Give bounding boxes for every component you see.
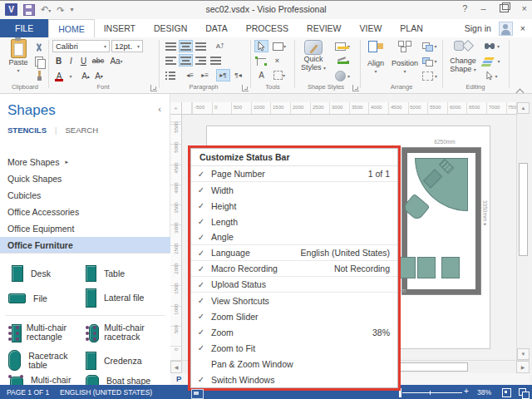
- tab-plan[interactable]: PLAN: [391, 19, 431, 37]
- tab-stencils[interactable]: STENCILS: [7, 126, 47, 135]
- menu-item-switch-windows[interactable]: ✓ Switch Windows: [191, 372, 397, 387]
- align-button[interactable]: Align▾: [363, 40, 388, 76]
- underline-button[interactable]: U: [78, 55, 89, 66]
- connection-point-tool-button[interactable]: ×: [270, 54, 284, 66]
- menu-item-width[interactable]: ✓ Width: [191, 182, 397, 198]
- account-avatar-icon[interactable]: [499, 22, 513, 36]
- fit-page-to-window-icon[interactable]: [502, 388, 511, 397]
- cabinet-shape-2[interactable]: [417, 257, 436, 278]
- menu-item-angle[interactable]: ✓ Angle: [191, 229, 397, 245]
- effects-button[interactable]: ▾: [332, 70, 352, 82]
- cabinet-shape-3[interactable]: [441, 257, 460, 278]
- line-button[interactable]: ▾: [332, 55, 352, 67]
- scroll-down-icon[interactable]: ▼: [517, 348, 530, 360]
- quick-styles-button[interactable]: Quick Styles ▾: [298, 40, 329, 72]
- font-family-select[interactable]: Calibri▾: [52, 40, 110, 52]
- grow-font-button[interactable]: A▴: [80, 70, 91, 81]
- shape-desk[interactable]: Desk: [12, 265, 51, 282]
- restore-button[interactable]: [500, 4, 509, 12]
- menu-item-language[interactable]: ✓ LanguageEnglish (United States): [191, 245, 397, 261]
- font-color-dropdown[interactable]: ▾: [66, 70, 75, 81]
- free-transform-button[interactable]: ▾: [270, 69, 288, 81]
- tab-home[interactable]: HOME: [48, 19, 95, 37]
- group-button[interactable]: ▾: [420, 70, 440, 82]
- close-button[interactable]: ×: [522, 3, 527, 13]
- statusbar-language[interactable]: ENGLISH (UNITED STATES): [60, 388, 152, 397]
- connector-tool-button[interactable]: [254, 54, 268, 66]
- text-tool-button[interactable]: A: [254, 69, 268, 81]
- select-button[interactable]: ▾: [482, 70, 502, 82]
- stencil-category-more-shapes[interactable]: More Shapes▸: [0, 154, 170, 170]
- text-rotate-button[interactable]: A⤴: [213, 40, 227, 52]
- macro-recording-icon[interactable]: [191, 389, 204, 399]
- menu-item-height[interactable]: ✓ Height: [191, 198, 397, 214]
- menu-item-zoom[interactable]: ✓ Zoom38%: [191, 324, 397, 340]
- switch-windows-icon[interactable]: [519, 388, 528, 397]
- font-color-button[interactable]: A: [53, 70, 65, 81]
- sign-in-link[interactable]: Sign in: [465, 23, 491, 33]
- menu-item-length[interactable]: ✓ Length: [191, 214, 397, 229]
- shape-lateral-file[interactable]: Lateral file: [86, 288, 144, 308]
- strikethrough-button[interactable]: abc: [91, 55, 106, 66]
- cabinet-shape-1[interactable]: [397, 257, 416, 278]
- help-button[interactable]: ?: [462, 3, 467, 13]
- tab-review[interactable]: REVIEW: [298, 19, 350, 37]
- align-bottom-button[interactable]: [194, 40, 208, 52]
- stencil-category-office-furniture[interactable]: Office Furniture: [0, 237, 170, 254]
- layers-button[interactable]: ▾: [482, 55, 502, 67]
- tab-file[interactable]: FILE: [0, 19, 48, 37]
- scroll-right-icon[interactable]: ▶: [516, 361, 530, 373]
- minimize-button[interactable]: –: [480, 3, 485, 13]
- font-dialog-launcher-icon[interactable]: [150, 85, 157, 91]
- menu-item-page-number[interactable]: ✓ Page Number1 of 1: [191, 166, 397, 182]
- shrink-font-button[interactable]: A▾: [93, 70, 105, 81]
- stencil-category-quick-shapes[interactable]: Quick Shapes: [0, 170, 170, 187]
- statusbar-zoom-level[interactable]: 38%: [477, 388, 491, 397]
- shape-file[interactable]: File: [8, 293, 47, 303]
- copy-button[interactable]: [32, 55, 46, 67]
- cut-button[interactable]: [32, 41, 46, 53]
- vertical-scrollbar[interactable]: ▲ ▼: [516, 102, 530, 360]
- increase-indent-button[interactable]: ▸≡: [198, 69, 212, 81]
- tab-process[interactable]: PROCESS: [237, 19, 298, 37]
- stencil-category-office-accessories[interactable]: Office Accessories: [0, 204, 170, 220]
- align-center-button[interactable]: [179, 54, 193, 66]
- pointer-tool-button[interactable]: [254, 40, 268, 52]
- change-case-button[interactable]: Aa▾: [107, 55, 126, 66]
- horizontal-scroll-thumb[interactable]: [397, 362, 468, 372]
- align-top-button[interactable]: [164, 40, 178, 52]
- vertical-scroll-thumb[interactable]: [519, 163, 528, 256]
- font-size-select[interactable]: 12pt.▾: [111, 40, 143, 52]
- zoom-slider-track[interactable]: [402, 392, 462, 393]
- send-backward-button[interactable]: ▾: [420, 55, 440, 67]
- shape-table[interactable]: Table: [86, 265, 125, 282]
- ribbon-close-icon[interactable]: ×: [520, 23, 525, 33]
- tab-view[interactable]: VIEW: [351, 19, 392, 37]
- menu-item-macro-recording[interactable]: ✓ Macro RecordingNot Recording: [191, 261, 397, 277]
- scroll-left-icon[interactable]: ◀: [170, 361, 182, 373]
- collapse-panel-icon[interactable]: ‹: [158, 104, 161, 114]
- menu-item-zoom-slider[interactable]: ✓ Zoom Slider: [191, 308, 397, 324]
- tab-design[interactable]: DESIGN: [145, 19, 196, 37]
- decrease-indent-button[interactable]: ◂≡: [183, 69, 197, 81]
- scroll-up-icon[interactable]: ▲: [517, 102, 530, 114]
- stencil-category-office-equipment[interactable]: Office Equipment: [0, 220, 170, 237]
- tab-insert[interactable]: INSERT: [95, 19, 145, 37]
- find-button[interactable]: ▾: [482, 40, 502, 52]
- shape-multi-chair-rectangle[interactable]: Multi-chair rectangle: [8, 322, 81, 343]
- rectangle-tool-button[interactable]: ▾: [270, 40, 288, 52]
- align-middle-button[interactable]: [179, 40, 193, 52]
- zoom-slider-thumb[interactable]: [399, 388, 401, 397]
- menu-item-upload-status[interactable]: ✓ Upload Status: [191, 277, 397, 293]
- paste-button[interactable]: Paste▾: [5, 39, 32, 75]
- bullets-button[interactable]: [164, 69, 178, 81]
- shape-multi-chair-racetrack[interactable]: Multi-chair racetrack: [86, 322, 162, 343]
- paragraph-dialog-launcher-icon[interactable]: [242, 85, 249, 91]
- ltr-direction-button[interactable]: ▸¶: [216, 69, 230, 81]
- menu-item-view-shortcuts[interactable]: ✓ View Shortcuts: [191, 293, 397, 308]
- fill-button[interactable]: ▾: [332, 40, 352, 52]
- align-left-button[interactable]: [164, 54, 178, 66]
- page-tab-partial[interactable]: P: [176, 374, 181, 383]
- change-shape-button[interactable]: Change Shape ▾: [446, 40, 480, 74]
- rtl-direction-button[interactable]: ¶◂: [231, 69, 245, 81]
